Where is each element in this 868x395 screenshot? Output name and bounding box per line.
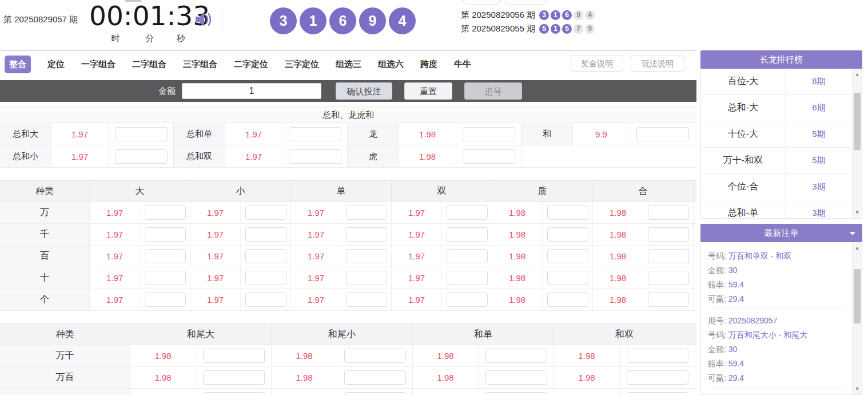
order-entry: 期号: 20250829057 [708,393,847,395]
bet-input-cell [140,246,190,267]
history-list: 第 20250829056 期31694第 20250829055 期51579 [461,9,596,36]
odds-value: 1.98 [413,367,479,388]
chase-number-button[interactable]: 追号 [464,82,522,100]
confirm-bet-button[interactable]: 确认投注 [336,82,392,100]
bet-input-cell [341,289,392,310]
bet-amount-input[interactable] [346,249,387,263]
reset-button[interactable]: 重置 [404,82,452,100]
tab-item[interactable]: 定位 [47,59,65,70]
scroll-up-icon[interactable]: ▲ [853,70,862,79]
bet-amount-input[interactable] [115,127,168,141]
bet-amount-input[interactable] [463,149,515,164]
bet-amount-input[interactable] [245,249,286,263]
bet-input-cell [620,389,695,395]
bet-amount-input[interactable] [447,293,488,307]
bet-amount-input[interactable] [636,127,689,141]
bet-amount-input[interactable] [289,149,341,164]
order-field-label: 期号: [708,316,728,325]
bet-amount-input[interactable] [447,271,488,285]
tab-item[interactable]: 二字定位 [234,59,268,70]
timer-hour-label: 时 [106,33,125,44]
tab-item[interactable]: 跨度 [420,59,437,70]
bet-input-cell [341,202,392,223]
collapse-caret-icon[interactable] [850,232,855,235]
tab-item[interactable]: 牛牛 [454,59,471,70]
speaker-icon[interactable] [193,9,214,30]
bet-amount-input[interactable] [203,370,265,385]
bet-amount-input[interactable] [547,293,588,307]
current-issue-label: 第 20250829057 期 [3,14,78,25]
dragon-rank-row: 个位-合3期 [701,174,862,200]
bet-amount-input[interactable] [648,293,689,307]
tab-item[interactable]: 三字组合 [183,59,217,70]
bet-amount-input[interactable] [547,206,588,220]
bet-amount-input[interactable] [115,149,168,164]
bet-amount-input[interactable] [485,370,547,385]
bet-amount-input[interactable] [485,392,547,395]
bet-amount-input[interactable] [485,349,547,363]
bet-amount-input[interactable] [648,206,689,220]
bet-amount-input[interactable] [547,227,588,242]
history-ball: 1 [551,24,560,34]
scrollbar-thumb[interactable] [854,93,861,150]
bet-amount-input[interactable] [346,293,387,307]
clipped-top-button[interactable] [505,0,547,5]
history-issue-label: 第 20250829055 期 [461,23,535,34]
tab-item[interactable]: 组选三 [336,59,361,70]
bet-amount-input[interactable] [547,249,588,263]
bet-amount-input[interactable] [245,293,286,307]
scroll-down-icon[interactable]: ▼ [853,384,862,393]
tab-item[interactable]: 一字组合 [81,59,116,70]
bet-amount-input[interactable] [245,271,286,285]
bet-amount-input[interactable] [145,206,186,220]
timer-minute-label: 分 [141,33,159,44]
bet-amount-input[interactable] [648,271,689,285]
scroll-up-icon[interactable]: ▲ [853,243,862,252]
bet-amount-input[interactable] [145,227,186,242]
bet-amount-input[interactable] [289,127,341,141]
history-ball: 7 [574,24,583,34]
scrollbar-thumb[interactable] [854,269,861,323]
tab-item[interactable]: 组选六 [378,59,404,70]
bet-amount-input[interactable] [447,249,488,263]
order-field-label: 可赢: [708,373,728,382]
bet-amount-input[interactable] [344,349,406,363]
row-label-cell: 万 [0,202,90,223]
bet-amount-input[interactable] [463,127,515,141]
bet-amount-input[interactable] [344,392,406,395]
bet-amount-input[interactable] [547,271,588,285]
tab-item[interactable]: 整合 [5,56,31,73]
bet-amount-input[interactable] [648,249,689,263]
bet-amount-input[interactable] [203,349,265,363]
scroll-down-icon[interactable]: ▼ [853,208,862,217]
bet-amount-input[interactable] [145,271,186,285]
clipped-top-button[interactable] [463,0,500,5]
odds-value: 1.97 [51,123,109,145]
bonus-info-button[interactable]: 奖金说明 [571,56,623,72]
bet-amount-input[interactable] [627,392,688,395]
bet-amount-input[interactable] [447,227,488,242]
bet-amount-input[interactable] [627,349,688,363]
sum-table-row: 总和小1.97总和双1.97虎1.98 [0,145,696,168]
tab-item[interactable]: 三字定位 [285,59,319,70]
row-label-cell: 百 [0,246,90,267]
amount-input[interactable] [182,83,321,99]
bet-amount-input[interactable] [245,227,286,242]
odds-value: 1.98 [593,289,643,310]
bet-amount-input[interactable] [447,206,488,220]
bet-amount-input[interactable] [346,227,387,242]
bet-amount-input[interactable] [145,293,186,307]
bet-amount-input[interactable] [203,392,265,395]
bet-amount-input[interactable] [346,206,387,220]
bet-amount-input[interactable] [648,227,689,242]
order-field: 期号: 20250829057 [708,393,847,395]
bet-amount-input[interactable] [627,370,688,385]
bet-input-cell [196,389,272,395]
bet-amount-input[interactable] [344,370,406,385]
rules-info-button[interactable]: 玩法说明 [631,56,684,72]
bet-amount-input[interactable] [346,271,387,285]
tab-item[interactable]: 二字组合 [132,59,166,70]
bet-amount-input[interactable] [245,206,286,220]
bet-input-cell [543,289,593,310]
bet-amount-input[interactable] [145,249,186,263]
